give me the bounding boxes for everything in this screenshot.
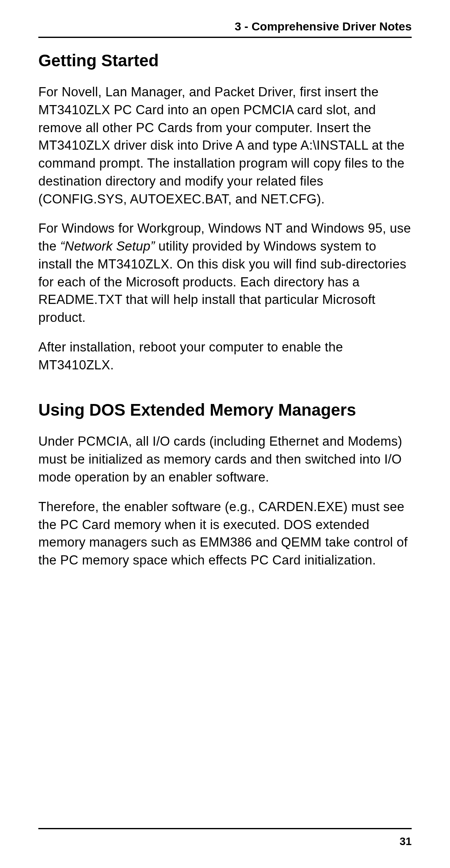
page-footer: 31 <box>38 828 412 848</box>
page-header: 3 - Comprehensive Driver Notes <box>38 20 412 38</box>
chapter-label: 3 - Comprehensive Driver Notes <box>235 20 412 33</box>
paragraph-4: Under PCMCIA, all I/O cards (including E… <box>38 433 412 486</box>
paragraph-5: Therefore, the enabler software (e.g., C… <box>38 498 412 569</box>
section-heading-dos-memory: Using DOS Extended Memory Managers <box>38 401 412 419</box>
section-heading-getting-started: Getting Started <box>38 51 412 70</box>
paragraph-3: After installation, reboot your computer… <box>38 339 412 374</box>
page-number: 31 <box>400 835 412 848</box>
paragraph-2: For Windows for Workgroup, Windows NT an… <box>38 220 412 327</box>
para2-italic: “Network Setup” <box>60 239 155 253</box>
paragraph-1: For Novell, Lan Manager, and Packet Driv… <box>38 83 412 208</box>
